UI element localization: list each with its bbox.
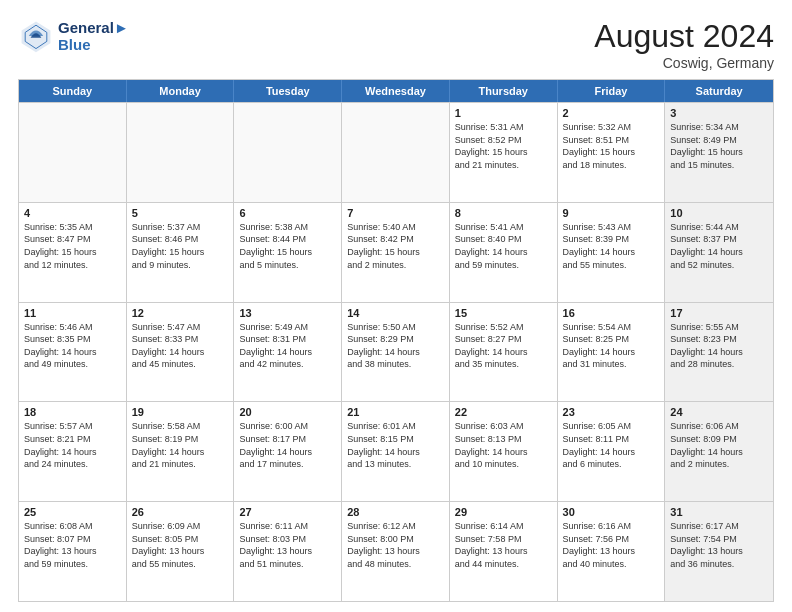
cell-info: Sunrise: 5:52 AM Sunset: 8:27 PM Dayligh…	[455, 321, 552, 371]
cell-info: Sunrise: 6:12 AM Sunset: 8:00 PM Dayligh…	[347, 520, 444, 570]
weekday-header-saturday: Saturday	[665, 80, 773, 102]
day-number: 20	[239, 406, 336, 418]
day-number: 13	[239, 307, 336, 319]
empty-cell-0-0	[19, 103, 127, 202]
day-number: 10	[670, 207, 768, 219]
day-cell-11: 11Sunrise: 5:46 AM Sunset: 8:35 PM Dayli…	[19, 303, 127, 402]
cell-info: Sunrise: 6:03 AM Sunset: 8:13 PM Dayligh…	[455, 420, 552, 470]
day-cell-3: 3Sunrise: 5:34 AM Sunset: 8:49 PM Daylig…	[665, 103, 773, 202]
logo-text: General► Blue	[58, 19, 129, 53]
cell-info: Sunrise: 6:14 AM Sunset: 7:58 PM Dayligh…	[455, 520, 552, 570]
day-number: 25	[24, 506, 121, 518]
day-number: 1	[455, 107, 552, 119]
cell-info: Sunrise: 6:16 AM Sunset: 7:56 PM Dayligh…	[563, 520, 660, 570]
day-cell-1: 1Sunrise: 5:31 AM Sunset: 8:52 PM Daylig…	[450, 103, 558, 202]
day-cell-9: 9Sunrise: 5:43 AM Sunset: 8:39 PM Daylig…	[558, 203, 666, 302]
cell-info: Sunrise: 6:08 AM Sunset: 8:07 PM Dayligh…	[24, 520, 121, 570]
day-cell-6: 6Sunrise: 5:38 AM Sunset: 8:44 PM Daylig…	[234, 203, 342, 302]
cell-info: Sunrise: 5:38 AM Sunset: 8:44 PM Dayligh…	[239, 221, 336, 271]
day-number: 4	[24, 207, 121, 219]
cell-info: Sunrise: 5:47 AM Sunset: 8:33 PM Dayligh…	[132, 321, 229, 371]
cell-info: Sunrise: 5:49 AM Sunset: 8:31 PM Dayligh…	[239, 321, 336, 371]
day-cell-29: 29Sunrise: 6:14 AM Sunset: 7:58 PM Dayli…	[450, 502, 558, 601]
calendar-header: SundayMondayTuesdayWednesdayThursdayFrid…	[19, 80, 773, 102]
cell-info: Sunrise: 5:34 AM Sunset: 8:49 PM Dayligh…	[670, 121, 768, 171]
day-number: 8	[455, 207, 552, 219]
cell-info: Sunrise: 5:50 AM Sunset: 8:29 PM Dayligh…	[347, 321, 444, 371]
cell-info: Sunrise: 6:09 AM Sunset: 8:05 PM Dayligh…	[132, 520, 229, 570]
cell-info: Sunrise: 5:46 AM Sunset: 8:35 PM Dayligh…	[24, 321, 121, 371]
day-number: 2	[563, 107, 660, 119]
day-number: 7	[347, 207, 444, 219]
day-cell-7: 7Sunrise: 5:40 AM Sunset: 8:42 PM Daylig…	[342, 203, 450, 302]
day-number: 29	[455, 506, 552, 518]
day-number: 31	[670, 506, 768, 518]
day-cell-24: 24Sunrise: 6:06 AM Sunset: 8:09 PM Dayli…	[665, 402, 773, 501]
day-cell-20: 20Sunrise: 6:00 AM Sunset: 8:17 PM Dayli…	[234, 402, 342, 501]
cell-info: Sunrise: 5:40 AM Sunset: 8:42 PM Dayligh…	[347, 221, 444, 271]
day-cell-15: 15Sunrise: 5:52 AM Sunset: 8:27 PM Dayli…	[450, 303, 558, 402]
day-number: 27	[239, 506, 336, 518]
empty-cell-0-3	[342, 103, 450, 202]
day-number: 24	[670, 406, 768, 418]
day-number: 17	[670, 307, 768, 319]
cell-info: Sunrise: 5:31 AM Sunset: 8:52 PM Dayligh…	[455, 121, 552, 171]
day-cell-22: 22Sunrise: 6:03 AM Sunset: 8:13 PM Dayli…	[450, 402, 558, 501]
day-number: 28	[347, 506, 444, 518]
day-cell-21: 21Sunrise: 6:01 AM Sunset: 8:15 PM Dayli…	[342, 402, 450, 501]
empty-cell-0-2	[234, 103, 342, 202]
calendar: SundayMondayTuesdayWednesdayThursdayFrid…	[18, 79, 774, 602]
day-cell-10: 10Sunrise: 5:44 AM Sunset: 8:37 PM Dayli…	[665, 203, 773, 302]
day-cell-12: 12Sunrise: 5:47 AM Sunset: 8:33 PM Dayli…	[127, 303, 235, 402]
day-number: 5	[132, 207, 229, 219]
cell-info: Sunrise: 6:01 AM Sunset: 8:15 PM Dayligh…	[347, 420, 444, 470]
day-cell-25: 25Sunrise: 6:08 AM Sunset: 8:07 PM Dayli…	[19, 502, 127, 601]
cell-info: Sunrise: 6:05 AM Sunset: 8:11 PM Dayligh…	[563, 420, 660, 470]
day-number: 16	[563, 307, 660, 319]
cell-info: Sunrise: 5:57 AM Sunset: 8:21 PM Dayligh…	[24, 420, 121, 470]
cell-info: Sunrise: 5:41 AM Sunset: 8:40 PM Dayligh…	[455, 221, 552, 271]
day-cell-16: 16Sunrise: 5:54 AM Sunset: 8:25 PM Dayli…	[558, 303, 666, 402]
cell-info: Sunrise: 6:06 AM Sunset: 8:09 PM Dayligh…	[670, 420, 768, 470]
day-cell-8: 8Sunrise: 5:41 AM Sunset: 8:40 PM Daylig…	[450, 203, 558, 302]
day-cell-2: 2Sunrise: 5:32 AM Sunset: 8:51 PM Daylig…	[558, 103, 666, 202]
day-number: 12	[132, 307, 229, 319]
day-number: 21	[347, 406, 444, 418]
day-cell-19: 19Sunrise: 5:58 AM Sunset: 8:19 PM Dayli…	[127, 402, 235, 501]
day-number: 3	[670, 107, 768, 119]
day-cell-4: 4Sunrise: 5:35 AM Sunset: 8:47 PM Daylig…	[19, 203, 127, 302]
day-number: 23	[563, 406, 660, 418]
cell-info: Sunrise: 5:58 AM Sunset: 8:19 PM Dayligh…	[132, 420, 229, 470]
weekday-header-monday: Monday	[127, 80, 235, 102]
day-cell-28: 28Sunrise: 6:12 AM Sunset: 8:00 PM Dayli…	[342, 502, 450, 601]
day-number: 26	[132, 506, 229, 518]
day-cell-23: 23Sunrise: 6:05 AM Sunset: 8:11 PM Dayli…	[558, 402, 666, 501]
day-number: 15	[455, 307, 552, 319]
cell-info: Sunrise: 6:11 AM Sunset: 8:03 PM Dayligh…	[239, 520, 336, 570]
calendar-row-2: 4Sunrise: 5:35 AM Sunset: 8:47 PM Daylig…	[19, 202, 773, 302]
month-title: August 2024	[594, 18, 774, 55]
day-number: 18	[24, 406, 121, 418]
weekday-header-thursday: Thursday	[450, 80, 558, 102]
cell-info: Sunrise: 5:32 AM Sunset: 8:51 PM Dayligh…	[563, 121, 660, 171]
weekday-header-sunday: Sunday	[19, 80, 127, 102]
day-number: 14	[347, 307, 444, 319]
day-cell-26: 26Sunrise: 6:09 AM Sunset: 8:05 PM Dayli…	[127, 502, 235, 601]
day-cell-13: 13Sunrise: 5:49 AM Sunset: 8:31 PM Dayli…	[234, 303, 342, 402]
calendar-body: 1Sunrise: 5:31 AM Sunset: 8:52 PM Daylig…	[19, 102, 773, 601]
day-cell-27: 27Sunrise: 6:11 AM Sunset: 8:03 PM Dayli…	[234, 502, 342, 601]
cell-info: Sunrise: 5:43 AM Sunset: 8:39 PM Dayligh…	[563, 221, 660, 271]
location: Coswig, Germany	[594, 55, 774, 71]
calendar-row-4: 18Sunrise: 5:57 AM Sunset: 8:21 PM Dayli…	[19, 401, 773, 501]
weekday-header-wednesday: Wednesday	[342, 80, 450, 102]
title-block: August 2024 Coswig, Germany	[594, 18, 774, 71]
day-cell-5: 5Sunrise: 5:37 AM Sunset: 8:46 PM Daylig…	[127, 203, 235, 302]
logo: General► Blue	[18, 18, 129, 54]
calendar-row-3: 11Sunrise: 5:46 AM Sunset: 8:35 PM Dayli…	[19, 302, 773, 402]
logo-icon	[18, 18, 54, 54]
cell-info: Sunrise: 5:55 AM Sunset: 8:23 PM Dayligh…	[670, 321, 768, 371]
cell-info: Sunrise: 6:17 AM Sunset: 7:54 PM Dayligh…	[670, 520, 768, 570]
cell-info: Sunrise: 6:00 AM Sunset: 8:17 PM Dayligh…	[239, 420, 336, 470]
day-cell-31: 31Sunrise: 6:17 AM Sunset: 7:54 PM Dayli…	[665, 502, 773, 601]
cell-info: Sunrise: 5:35 AM Sunset: 8:47 PM Dayligh…	[24, 221, 121, 271]
